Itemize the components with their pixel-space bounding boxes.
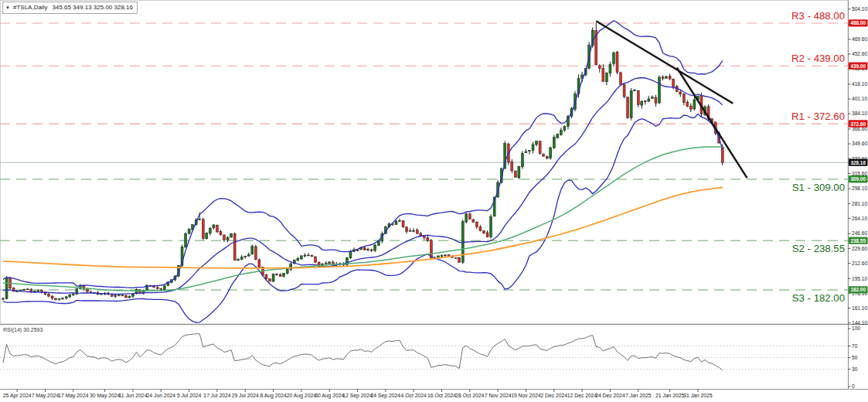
candle: [416, 228, 418, 233]
price-axis[interactable]: 504.10486.60469.60452.60435.60418.10401.…: [848, 6, 868, 325]
candle: [117, 295, 120, 296]
candle: [72, 294, 74, 296]
candle-body-bear: [620, 73, 622, 85]
candle-body-bull: [325, 263, 327, 264]
candle: [65, 296, 67, 300]
level-badge-s3: 182.00: [849, 286, 868, 293]
candle-body-bear: [416, 230, 418, 233]
level-badge-text: 238.55: [850, 238, 866, 244]
candle-body-bear: [479, 227, 482, 230]
candle-body-bear: [486, 233, 488, 237]
chart-dropdown-icon[interactable]: ▼: [5, 5, 10, 10]
candle: [557, 134, 559, 138]
candle: [521, 151, 523, 169]
date-tick-label: 19 Nov 2024: [511, 393, 541, 398]
candle-body-bear: [402, 221, 404, 227]
rsi-indicator-label: RSI(14) 30.2593: [3, 327, 43, 332]
candle: [142, 290, 145, 295]
candle: [254, 245, 257, 261]
candle-body-bull: [297, 259, 299, 261]
candle-body-bear: [156, 288, 158, 289]
candle: [188, 228, 190, 233]
candle-body-bull: [413, 230, 415, 231]
candle-body-bull: [634, 90, 636, 91]
candle-body-bull: [328, 262, 331, 264]
level-label-s1: S1 - 309.00: [792, 182, 845, 193]
candle: [602, 64, 604, 82]
level-badge-r2: 439.00: [849, 62, 868, 69]
candle: [230, 233, 233, 237]
candle-body-bear: [655, 97, 657, 103]
rsi-tick-label: 30: [852, 366, 858, 372]
candle-body-bull: [518, 166, 520, 178]
candle-body-bear: [51, 296, 53, 298]
date-tick-label: 21 Jan 2025: [655, 393, 685, 398]
bollinger-middle-band[interactable]: [3, 78, 723, 295]
candle-body-bear: [543, 154, 545, 156]
candle: [644, 100, 646, 105]
candle: [598, 64, 601, 73]
symbol-label: #TSLA,Daily: [13, 4, 47, 11]
candle: [374, 244, 376, 252]
candle-body-bull: [286, 269, 288, 273]
candle: [269, 278, 271, 281]
current-price-badge-text: 328.16: [850, 160, 866, 165]
candle-body-bull: [304, 255, 306, 256]
candle-body-bear: [202, 220, 204, 239]
candle: [26, 288, 29, 290]
candle-body-bull: [525, 152, 527, 153]
candle-body-bull: [529, 151, 531, 152]
level-badge-s1: 309.00: [849, 175, 868, 182]
ma-slow-line[interactable]: [3, 188, 723, 268]
candle: [641, 100, 643, 109]
candle-body-bull: [251, 247, 254, 254]
candle: [279, 273, 281, 277]
candle-body-bear: [468, 214, 471, 220]
candle-body-bull: [117, 295, 120, 296]
candle-body-bear: [86, 288, 88, 291]
candle: [651, 95, 653, 98]
candle-body-bull: [213, 225, 215, 228]
candle-body-bull: [367, 250, 369, 250]
candle-body-bull: [444, 255, 447, 256]
date-tick-label: 31 Jan 2025: [683, 393, 713, 398]
date-tick-label: 24 Sep 2024: [371, 393, 401, 399]
candle-body-bear: [482, 231, 485, 233]
candle-body-bull: [536, 141, 538, 145]
time-axis[interactable]: 25 Apr 20247 May 202417 May 202430 May 2…: [3, 390, 713, 399]
candle-body-bear: [269, 279, 271, 281]
candle-body-bull: [557, 135, 559, 138]
symbol-title-bar[interactable]: ▼#TSLA,Daily345.65 349.13 325.00 328.16: [2, 2, 138, 14]
candle: [315, 256, 317, 263]
current-price-badge: 328.16: [849, 158, 868, 165]
date-tick-label: 2 Dec 2024: [540, 393, 567, 398]
candle: [5, 276, 8, 299]
bollinger-lower-band[interactable]: [3, 114, 723, 323]
chart-canvas[interactable]: R3 - 488.00R2 - 439.00R1 - 372.60S1 - 30…: [0, 0, 868, 402]
candle-body-bear: [26, 289, 29, 290]
candle: [514, 171, 516, 178]
candle: [525, 149, 527, 153]
candle: [689, 104, 692, 113]
price-tick-label: 452.60: [852, 51, 868, 56]
candle-body-bull: [399, 220, 401, 221]
candle: [223, 235, 226, 242]
candle: [325, 261, 327, 264]
candle-body-bull: [247, 254, 250, 256]
level-badge-r3: 488.00: [849, 19, 868, 26]
candle: [216, 224, 218, 233]
candle-body-bull: [58, 298, 60, 299]
ma-fast-line[interactable]: [3, 147, 723, 291]
candle: [518, 165, 520, 179]
candle: [62, 298, 64, 300]
candle-body-bear: [160, 288, 162, 289]
candle: [532, 141, 534, 153]
rsi-axis[interactable]: 1007050300: [848, 325, 860, 389]
candle-body-bull: [553, 138, 555, 148]
trendline-2[interactable]: [677, 67, 747, 178]
candle-body-bull: [62, 298, 64, 299]
price-tick-label: 418.10: [852, 81, 868, 87]
candle: [55, 298, 57, 300]
price-tick-label: 315.60: [852, 171, 868, 176]
candle: [345, 257, 348, 267]
